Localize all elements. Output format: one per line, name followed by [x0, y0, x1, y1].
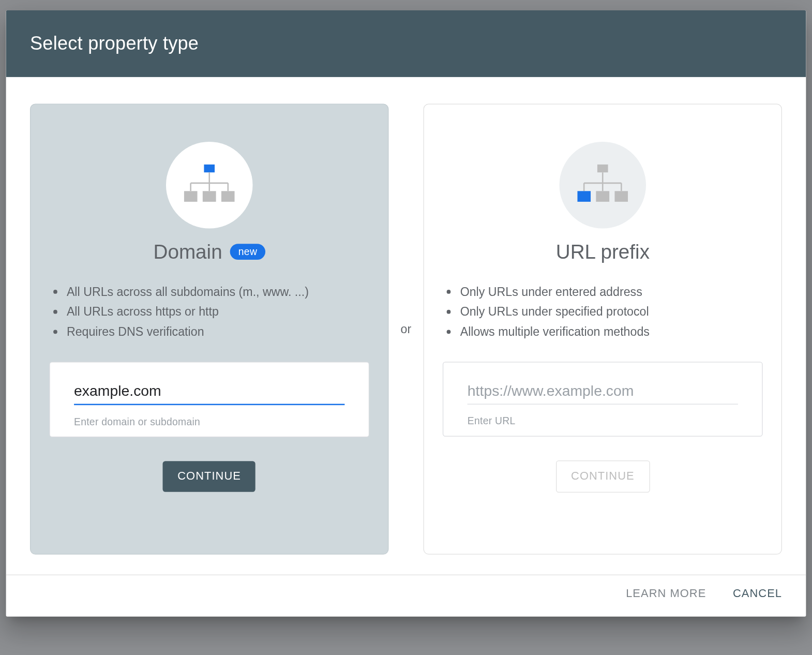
- cancel-button[interactable]: CANCEL: [733, 587, 782, 601]
- domain-card[interactable]: Domain new All URLs across all subdomain…: [30, 103, 388, 554]
- list-item: Only URLs under specified protocol: [445, 302, 762, 322]
- url-input-box: Enter URL: [443, 362, 762, 436]
- list-item: Requires DNS verification: [52, 322, 369, 342]
- dialog-footer: LEARN MORE CANCEL: [6, 574, 806, 616]
- dialog-title: Select property type: [30, 33, 782, 54]
- url-input[interactable]: [468, 379, 738, 405]
- url-prefix-card[interactable]: URL prefix Only URLs under entered addre…: [424, 103, 782, 554]
- list-item: All URLs across https or http: [52, 302, 369, 322]
- svg-rect-6: [184, 191, 198, 202]
- url-continue-button[interactable]: CONTINUE: [555, 460, 650, 493]
- domain-input-box: Enter domain or subdomain: [49, 362, 369, 437]
- domain-title-row: Domain new: [153, 241, 265, 263]
- new-badge: new: [230, 244, 265, 260]
- url-input-helper: Enter URL: [468, 415, 738, 426]
- domain-card-title: Domain: [153, 241, 222, 263]
- svg-rect-8: [221, 191, 235, 202]
- url-card-title: URL prefix: [556, 241, 650, 263]
- svg-rect-7: [203, 191, 216, 202]
- url-feature-list: Only URLs under entered address Only URL…: [443, 282, 762, 342]
- or-divider: or: [400, 322, 411, 336]
- svg-rect-9: [597, 165, 608, 172]
- svg-rect-0: [204, 165, 215, 172]
- list-item: Allows multiple verification methods: [445, 322, 762, 342]
- dialog-header: Select property type: [6, 10, 806, 77]
- dialog-body: Domain new All URLs across all subdomain…: [6, 77, 806, 575]
- domain-continue-button[interactable]: CONTINUE: [163, 461, 255, 492]
- list-item: All URLs across all subdomains (m., www.…: [52, 282, 369, 302]
- svg-rect-16: [596, 191, 609, 202]
- learn-more-button[interactable]: LEARN MORE: [626, 587, 706, 601]
- domain-sitemap-icon: [166, 142, 253, 229]
- url-title-row: URL prefix: [556, 241, 650, 263]
- list-item: Only URLs under entered address: [445, 282, 762, 302]
- domain-input[interactable]: [74, 379, 344, 406]
- svg-rect-17: [615, 191, 628, 202]
- svg-rect-15: [577, 191, 591, 202]
- url-sitemap-icon: [560, 142, 646, 229]
- property-type-dialog: Select property type Domain: [6, 10, 806, 617]
- domain-input-helper: Enter domain or subdomain: [74, 416, 344, 427]
- domain-feature-list: All URLs across all subdomains (m., www.…: [49, 282, 369, 342]
